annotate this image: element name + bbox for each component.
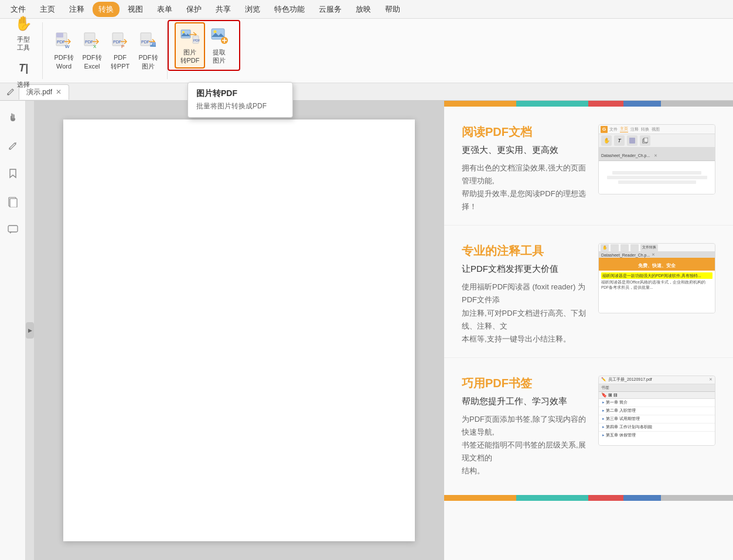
mini-filename: Datasheet_Reader_Ch.p...	[601, 153, 650, 158]
extract-img-button[interactable]: 提取图片	[205, 23, 233, 67]
menu-annotate[interactable]: 注释	[63, 2, 90, 17]
sidebar-comment-icon[interactable]	[2, 219, 23, 240]
pdf-img-icon: PDF	[138, 31, 159, 52]
menu-protect[interactable]: 保护	[180, 2, 207, 17]
tab-close-button[interactable]: ✕	[56, 88, 62, 96]
svg-rect-23	[8, 226, 18, 232]
mini-toolbar-row: ✋ T	[599, 134, 715, 148]
hand-icon: ✋	[13, 13, 34, 34]
bm-section-label: 书签	[599, 384, 715, 392]
bm-item-2: ▸第二章 入职管理	[599, 407, 715, 415]
annot-badge-text: 免费、快速、安全	[638, 263, 676, 268]
mini-annot-tab: 注释	[630, 127, 639, 132]
feature-read-subtitle: 更强大、更实用、更高效	[462, 145, 587, 156]
feature-annotate-desc: 使用福昕PDF阅读器 (foxit reader) 为PDF文件添 加注释,可对…	[462, 281, 587, 345]
tooltip-popup: 图片转PDF 批量将图片转换成PDF	[187, 82, 293, 118]
pdf-view-area[interactable]	[34, 101, 444, 560]
feature-bookmark-preview: ✏️ 员工手册_20120917.pdf ✕ 书签 🔖 ⊞ ⊟ ▸第一章 简介 …	[598, 375, 715, 446]
mini-doc-line-2	[607, 176, 707, 179]
pdf-to-word-button[interactable]: PDF W PDF转Word	[50, 29, 78, 73]
menu-browse[interactable]: 浏览	[239, 2, 266, 17]
svg-text:X: X	[93, 44, 97, 49]
annot-icon-2	[611, 244, 619, 251]
mini-logo: G	[601, 126, 608, 133]
feature-bookmark-pdf: 巧用PDF书签 帮助您提升工作、学习效率 为PDF页面添加书签,除了实现内容的快…	[444, 358, 733, 489]
bm-toolbar: ✏️ 员工手册_20120917.pdf ✕	[599, 376, 715, 384]
cursor-icon: T|	[13, 58, 34, 79]
svg-text:PDF: PDF	[57, 40, 65, 44]
sidebar-bookmark-icon[interactable]	[2, 163, 23, 184]
menu-special[interactable]: 特色功能	[268, 2, 311, 17]
pdf-excel-icon: PDF X	[81, 31, 103, 52]
annot-badge: 免费、快速、安全	[599, 258, 715, 271]
pdf-ppt-label: PDF转PPT	[111, 53, 129, 70]
menu-cloud[interactable]: 云服务	[313, 2, 347, 17]
bm-bookmark-icon: 🔖	[601, 392, 607, 398]
annot-filename: Datasheet_Reader_Ch.p...	[601, 253, 650, 257]
bm-list: ▸第一章 简介 ▸第二章 入职管理 ▸第三章 试用期管理 ▸第四章 工作计划与各…	[599, 399, 715, 445]
menubar: 文件 主页 注释 转换 视图 表单 保护 共享 浏览 特色功能 云服务 放映 帮…	[0, 0, 733, 19]
svg-text:W: W	[65, 44, 70, 49]
mini-copy-btn	[640, 135, 650, 146]
toolbar: ✋ 手型工具 T| 选择 PDF W PDF转Word	[0, 19, 733, 83]
collapse-toggle-button[interactable]: ▶	[26, 322, 34, 339]
menu-share[interactable]: 共享	[210, 2, 237, 17]
select-tool-button[interactable]: T| 选择	[9, 56, 37, 91]
pdf-to-ppt-button[interactable]: PDF P PDF转PPT	[106, 29, 134, 73]
mini-doc-area	[599, 161, 715, 194]
sidebar-hand-icon[interactable]	[2, 107, 23, 128]
feature-annotate-title: 专业的注释工具	[462, 243, 587, 259]
mini-file-tab: 文件	[609, 127, 618, 132]
menu-help[interactable]: 帮助	[379, 2, 406, 17]
feature-annotate-pdf: 专业的注释工具 让PDF文档发挥更大价值 使用福昕PDF阅读器 (foxit r…	[444, 226, 733, 357]
mini-home-tab: 主页	[620, 126, 628, 132]
img-to-pdf-button[interactable]: PDF 图片转PDF	[175, 22, 205, 69]
right-panel: 阅读PDF文档 更强大、更实用、更高效 拥有出色的文档渲染效果,强大的页面管理功…	[444, 101, 733, 560]
mini-doc-line-1	[612, 171, 701, 175]
svg-text:PDF: PDF	[141, 40, 149, 44]
feature-annotate-text: 专业的注释工具 让PDF文档发挥更大价值 使用福昕PDF阅读器 (foxit r…	[462, 243, 587, 345]
stripe-footer	[444, 495, 733, 501]
hand-tool-button[interactable]: ✋ 手型工具	[9, 11, 37, 54]
pdf-to-img-button[interactable]: PDF PDF转图片	[134, 29, 162, 73]
bm-filename: 员工手册_20120917.pdf	[608, 377, 707, 383]
bm-icon-row: 🔖 ⊞ ⊟	[599, 392, 715, 399]
svg-rect-22	[10, 199, 17, 207]
annot-highlight: 福昕阅读器是一款功能强大的PDF阅读软件,具有独特...	[601, 272, 712, 279]
sidebar-pages-icon[interactable]	[2, 191, 23, 212]
mini-convert-tab: 转换	[641, 127, 649, 132]
svg-text:PDF: PDF	[113, 40, 121, 44]
feature-bookmark-desc: 为PDF页面添加书签,除了实现内容的快速导航, 书签还能指明不同书签的层级关系,…	[462, 413, 587, 477]
svg-rect-1	[56, 33, 63, 37]
sidebar-collapse-area: ▶	[26, 101, 34, 560]
hand-tool-label: 手型工具	[17, 35, 30, 52]
tabbar: 演示.pdf ✕	[0, 83, 733, 101]
main-layout: ▶ 阅读PDF文档 更强大、更实用、更高效 拥有出色的文档渲染效果,强大的页面管…	[0, 101, 733, 560]
img-to-pdf-label: 图片转PDF	[180, 48, 200, 65]
annot-close: ✕	[652, 252, 655, 257]
pdf-to-excel-button[interactable]: PDF X PDF转Excel	[78, 29, 106, 73]
select-tool-label: 选择	[17, 80, 30, 88]
annot-small-text: 福昕阅读器是用Office风格的选项卡式，企业和政府机构的PDF备考求所员，提供…	[601, 280, 712, 290]
feature-bookmark-text: 巧用PDF书签 帮助您提升工作、学习效率 为PDF页面添加书签,除了实现内容的快…	[462, 375, 587, 477]
menu-convert[interactable]: 转换	[93, 2, 120, 17]
pdf-word-icon: PDF W	[53, 31, 74, 52]
menu-view[interactable]: 视图	[122, 2, 149, 17]
convert-group: PDF W PDF转Word PDF X PDF转Excel	[45, 22, 168, 79]
annot-icon-4	[630, 244, 639, 251]
svg-text:PDF: PDF	[193, 39, 200, 42]
feature-annotate-subtitle: 让PDF文档发挥更大价值	[462, 264, 587, 275]
svg-rect-26	[644, 138, 648, 142]
feature-bookmark-subtitle: 帮助您提升工作、学习效率	[462, 396, 587, 407]
bm-expand-icon: ⊞	[608, 392, 612, 398]
pdf-ppt-icon: PDF P	[110, 31, 131, 52]
mini-doc-line-3	[618, 180, 696, 184]
feature-read-preview: G 文件 主页 注释 转换 视图 ✋ T	[598, 124, 715, 194]
menu-present[interactable]: 放映	[350, 2, 377, 17]
menu-form[interactable]: 表单	[151, 2, 178, 17]
menu-home[interactable]: 主页	[34, 2, 61, 17]
sidebar-pencil-icon[interactable]	[2, 135, 23, 156]
annot-icon-1: ✋	[601, 244, 609, 251]
stripe-header	[444, 101, 733, 107]
annot-filename-bar: Datasheet_Reader_Ch.p... ✕	[599, 252, 715, 258]
